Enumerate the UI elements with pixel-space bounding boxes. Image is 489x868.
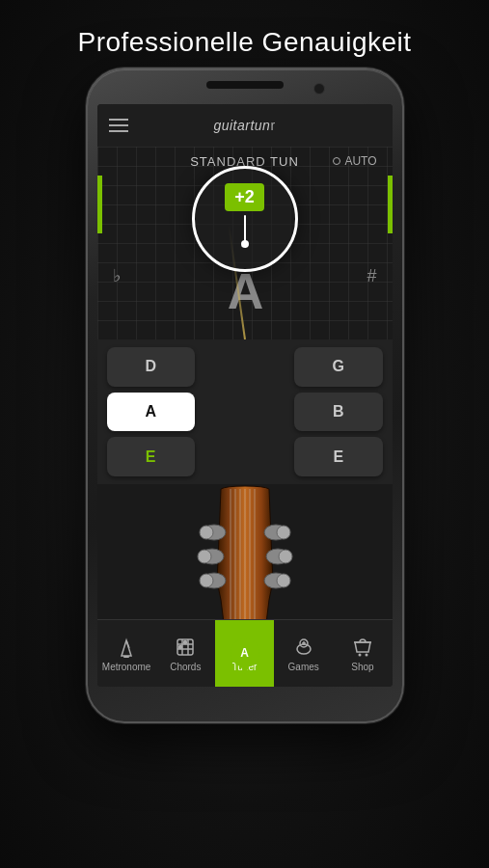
nav-item-games[interactable]: Games xyxy=(274,620,333,687)
svg-point-33 xyxy=(365,653,367,656)
flat-symbol: ♭ xyxy=(113,265,121,286)
note-btn-empty2 xyxy=(201,393,288,432)
svg-point-7 xyxy=(198,550,211,563)
note-btn-A[interactable]: A xyxy=(107,393,195,432)
green-bar-right xyxy=(388,176,393,233)
svg-point-10 xyxy=(279,550,292,563)
svg-point-6 xyxy=(200,526,213,539)
auto-badge[interactable]: AUTO xyxy=(333,154,376,168)
note-btn-empty1 xyxy=(201,347,288,387)
nav-item-shop[interactable]: Shop xyxy=(333,620,392,687)
metronome-icon xyxy=(115,636,138,659)
nav-label-chords: Chords xyxy=(170,662,201,672)
nav-label-games: Games xyxy=(288,662,319,672)
svg-point-32 xyxy=(358,653,361,656)
note-btn-D[interactable]: D xyxy=(107,347,195,387)
pin-head: A xyxy=(231,638,259,667)
svg-point-28 xyxy=(297,644,311,654)
tuner-header: STANDARD TUN AUTO xyxy=(97,147,393,168)
pin-label: A xyxy=(240,646,249,660)
note-btn-E-low[interactable]: E xyxy=(107,437,195,476)
note-buttons-grid: D G A B E E xyxy=(97,339,393,484)
nav-item-metronome[interactable]: Metronome xyxy=(97,620,156,687)
svg-point-8 xyxy=(200,574,213,587)
svg-rect-19 xyxy=(123,656,129,658)
games-icon xyxy=(292,636,315,659)
svg-point-11 xyxy=(277,574,290,587)
nav-label-shop: Shop xyxy=(351,662,373,672)
auto-circle-icon xyxy=(333,157,340,165)
app-logo: guitartunr xyxy=(213,118,275,133)
nav-item-chords[interactable]: Chords xyxy=(156,620,215,687)
needle-indicator xyxy=(244,215,246,244)
menu-button[interactable] xyxy=(109,119,128,132)
top-bar: guitartunr xyxy=(97,104,393,147)
tuner-circle: +2 xyxy=(192,166,298,272)
phone-screen: guitartunr STANDARD TUN AUTO +2 xyxy=(97,104,393,687)
shop-icon xyxy=(351,636,374,659)
cents-display: +2 xyxy=(225,183,264,211)
note-btn-G[interactable]: G xyxy=(294,347,382,387)
nav-label-metronome: Metronome xyxy=(102,662,151,672)
green-bar-left xyxy=(97,176,102,233)
page-title: Professionelle Genauigkeit xyxy=(77,27,411,58)
svg-point-26 xyxy=(179,645,182,648)
svg-point-9 xyxy=(277,526,290,539)
note-btn-empty3 xyxy=(201,437,288,476)
pin-marker: A xyxy=(231,638,259,667)
chords-icon xyxy=(174,636,197,659)
tuner-area: STANDARD TUN AUTO +2 ♭ # A xyxy=(97,147,393,339)
note-btn-E-high[interactable]: E xyxy=(294,437,382,476)
sharp-symbol: # xyxy=(367,266,376,286)
phone-frame: guitartunr STANDARD TUN AUTO +2 xyxy=(86,68,404,723)
note-btn-B[interactable]: B xyxy=(294,393,382,432)
svg-point-25 xyxy=(184,640,187,643)
